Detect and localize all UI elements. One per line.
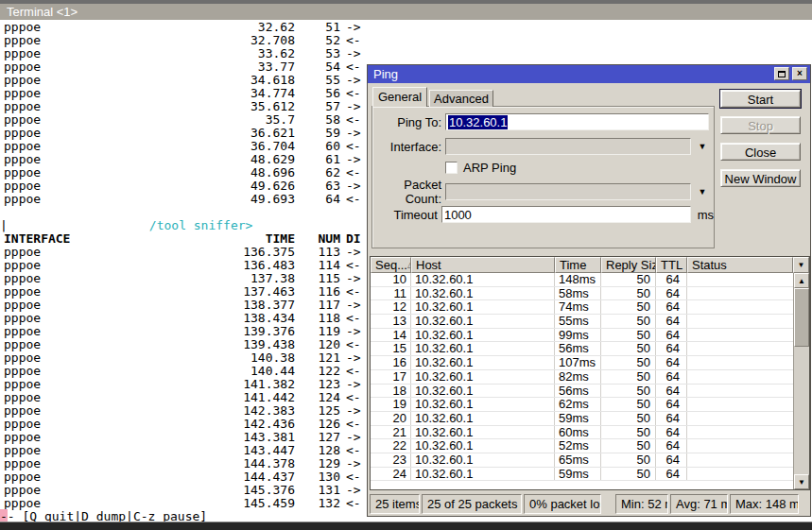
column-header-reply-size[interactable]: Reply Size [601,257,656,273]
column-picker-button[interactable]: ▼ [793,257,809,273]
packet-count-dropdown-icon[interactable]: ▼ [695,184,710,199]
close-button[interactable]: Close [720,143,801,161]
column-header-status[interactable]: Status [687,257,793,273]
scroll-up-button[interactable]: ▲ [794,273,809,288]
cell-seq: 11 [371,287,411,300]
maximize-button[interactable] [774,67,789,80]
column-header-host[interactable]: Host [411,257,555,273]
packet-count-row: Packet Count: ▼ [372,183,714,200]
table-row[interactable]: 22 10.32.60.1 52ms 50 64 [371,439,793,453]
packet-num: 59 [295,127,340,140]
vertical-scrollbar[interactable]: ▲ ▼ [793,273,809,489]
tab-general[interactable]: General [372,87,427,107]
packet-interface: pppoe [0,34,138,47]
packet-time: 49.693 [138,193,295,206]
table-row[interactable]: 19 10.32.60.1 62ms 50 64 [371,398,793,412]
tab-advanced[interactable]: Advanced [429,90,493,107]
cell-reply-size: 50 [601,315,656,328]
packet-interface: pppoe [0,431,138,444]
packet-direction: <- [346,497,361,510]
table-row[interactable]: 21 10.32.60.1 60ms 50 64 [371,426,793,440]
cell-seq: 17 [371,370,411,384]
seq-header-label: Seq... [375,258,407,272]
scrollbar-track[interactable] [794,347,809,474]
packet-direction: <- [346,87,361,100]
packet-num: 56 [295,87,340,100]
ping-to-input[interactable]: 10.32.60.1 [445,113,709,130]
start-button[interactable]: Start [720,90,801,108]
cell-reply-size: 50 [601,453,656,467]
column-header-time[interactable]: Time [555,257,601,273]
cell-host: 10.32.60.1 [411,370,555,384]
packet-num: 57 [295,100,340,113]
cell-time: 56ms [555,385,601,398]
interface-row: Interface: ▼ [372,138,714,155]
ping-to-row: Ping To: 10.32.60.1 [372,113,714,130]
cell-reply-size: 50 [601,412,656,425]
interface-combo[interactable] [445,138,691,155]
packet-num: 60 [295,140,340,153]
cell-ttl: 64 [656,385,687,398]
terminal-titlebar[interactable]: Terminal <1> [0,4,812,20]
packet-interface: pppoe [0,299,138,312]
packet-direction: <- [346,140,361,153]
packet-count-combo[interactable] [445,183,691,200]
cell-ttl: 64 [656,342,687,355]
column-header-seq[interactable]: Seq... △ [371,257,411,273]
cell-seq: 22 [371,439,411,453]
packet-time: 137.463 [138,285,295,299]
column-header-ttl[interactable]: TTL [656,257,687,273]
packet-num: 114 [295,259,340,272]
tab-advanced-label: Advanced [434,92,489,106]
cell-ttl: 64 [656,370,687,384]
packet-direction: <- [346,285,361,299]
table-row[interactable]: 18 10.32.60.1 56ms 50 64 [371,385,793,399]
cell-status [687,453,793,467]
new-window-button[interactable]: New Window [720,169,801,187]
tab-general-label: General [378,90,422,104]
cell-host: 10.32.60.1 [411,273,555,286]
table-row[interactable]: 20 10.32.60.1 59ms 50 64 [371,412,793,426]
terminal-cursor: | [0,218,8,232]
packet-time: 139.376 [138,325,295,338]
table-row[interactable]: 17 10.32.60.1 82ms 50 64 [371,370,793,385]
packet-num: 120 [295,338,340,351]
packet-interface: pppoe [0,87,138,100]
interface-label: Interface: [372,140,441,154]
packet-interface: pppoe [0,378,138,391]
close-window-button[interactable]: × [792,67,807,80]
table-row[interactable]: 13 10.32.60.1 55ms 50 64 [371,315,793,329]
table-row[interactable]: 10 10.32.60.1 148ms 50 64 [371,273,793,287]
interface-dropdown-icon[interactable]: ▼ [695,139,710,154]
ping-titlebar[interactable]: Ping × [368,65,810,83]
packet-time: 136.483 [138,259,295,272]
scroll-down-button[interactable]: ▼ [794,474,809,489]
cell-seq: 21 [371,426,411,439]
terminal-title: Terminal <1> [7,5,78,19]
cell-host: 10.32.60.1 [411,439,555,453]
packet-num: 127 [295,431,340,444]
timeout-input[interactable]: 1000 [441,206,691,223]
table-row[interactable]: 15 10.32.60.1 56ms 50 64 [371,342,793,356]
stop-button[interactable]: Stop [720,116,801,134]
scrollbar-thumb[interactable] [794,288,809,347]
status-packets-received: 25 of 25 packets r... [422,494,522,514]
pause-cursor-highlight: - [0,509,8,521]
table-row[interactable]: 24 10.32.60.1 59ms 50 64 [371,468,793,482]
packet-interface: pppoe [0,21,138,34]
packet-direction: <- [346,365,361,378]
maximize-icon [778,71,786,77]
table-row[interactable]: 14 10.32.60.1 99ms 50 64 [371,329,793,343]
table-row[interactable]: 23 10.32.60.1 65ms 50 64 [371,453,793,468]
table-row[interactable]: 16 10.32.60.1 107ms 50 64 [371,356,793,370]
packet-direction: <- [346,312,361,325]
packet-num: 54 [295,60,340,74]
table-row[interactable]: 11 10.32.60.1 58ms 50 64 [371,287,793,301]
arp-ping-checkbox[interactable] [445,162,458,174]
cell-time: 59ms [555,468,601,481]
packet-direction: -> [346,404,361,418]
packet-interface: pppoe [0,391,138,404]
table-row[interactable]: 12 10.32.60.1 74ms 50 64 [371,300,793,315]
packet-time: 141.382 [138,378,295,391]
cell-ttl: 64 [656,315,687,328]
